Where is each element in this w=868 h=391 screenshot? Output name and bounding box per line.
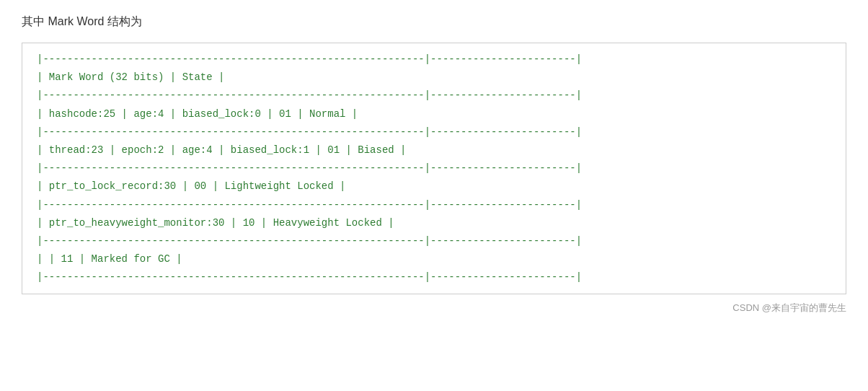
table-container: |---------------------------------------… <box>22 43 846 294</box>
separator-top: |---------------------------------------… <box>37 50 831 69</box>
row5: | | 11 | Marked for GC | <box>37 250 831 268</box>
row2: | thread:23 | epoch:2 | age:4 | biased_l… <box>37 141 831 159</box>
separator-4: |---------------------------------------… <box>37 196 831 214</box>
row1: | hashcode:25 | age:4 | biased_lock:0 | … <box>37 105 831 123</box>
header-row: | Mark Word (32 bits) | State | <box>37 69 831 87</box>
row3: | ptr_to_lock_record:30 | 00 | Lightweig… <box>37 177 831 196</box>
row4: | ptr_to_heavyweight_monitor:30 | 10 | H… <box>37 214 831 232</box>
separator-5: |---------------------------------------… <box>37 232 831 250</box>
separator-1: |---------------------------------------… <box>37 87 831 105</box>
separator-bottom: |---------------------------------------… <box>37 268 831 286</box>
code-block: |---------------------------------------… <box>37 50 831 286</box>
separator-3: |---------------------------------------… <box>37 159 831 177</box>
separator-2: |---------------------------------------… <box>37 123 831 141</box>
footer: CSDN @来自宇宙的曹先生 <box>22 302 846 315</box>
page-title: 其中 Mark Word 结构为 <box>22 14 846 30</box>
